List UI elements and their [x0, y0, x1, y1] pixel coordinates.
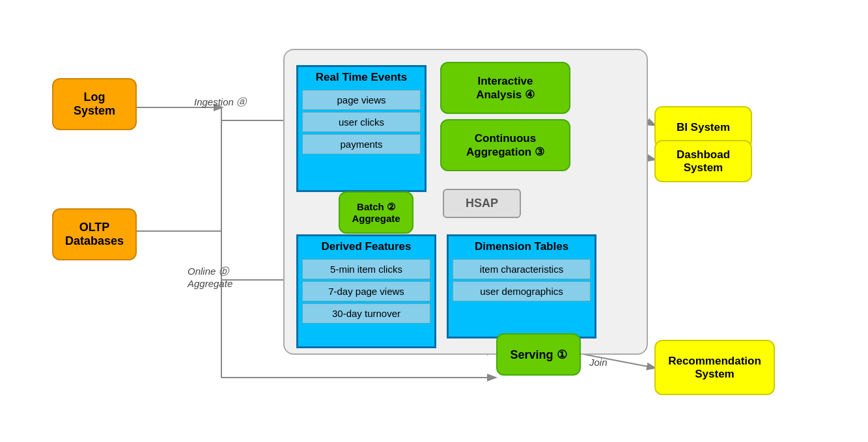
real-time-events-item-0: page views	[302, 90, 421, 110]
batch-aggregate-label: Batch ② Aggregate	[352, 201, 400, 224]
derived-features-container: Derived Features 5-min item clicks 7-day…	[296, 234, 436, 348]
continuous-aggregation-label: Continuous Aggregation ③	[466, 132, 544, 159]
real-time-events-item-2: payments	[302, 134, 421, 154]
derived-features-item-0: 5-min item clicks	[302, 259, 430, 279]
real-time-events-title: Real Time Events	[298, 67, 425, 88]
derived-features-item-1: 7-day page views	[302, 281, 430, 301]
real-time-events-item-1: user clicks	[302, 112, 421, 132]
dimension-tables-item-1: user demographics	[453, 281, 591, 301]
join-label: Join	[589, 357, 608, 368]
ingestion-label: Ingestion ⓐ	[194, 96, 246, 109]
recommendation-system-label: Recommendation System	[668, 355, 761, 381]
online-aggregate-label: Online ⓑ Aggregate	[188, 266, 232, 289]
log-system-box: Log System	[52, 78, 137, 130]
serving-box: Serving ①	[496, 333, 581, 376]
hsap-box: HSAP	[443, 189, 521, 218]
bi-system-label: BI System	[677, 121, 730, 134]
real-time-events-container: Real Time Events page views user clicks …	[296, 65, 427, 192]
batch-aggregate-box: Batch ② Aggregate	[339, 191, 413, 234]
dashboard-system-label: Dashboad System	[677, 148, 730, 174]
interactive-analysis-label: Interactive Analysis ④	[476, 75, 535, 102]
hsap-label: HSAP	[466, 197, 498, 210]
interactive-analysis-box: Interactive Analysis ④	[440, 62, 570, 114]
dashboard-system-box: Dashboad System	[654, 140, 752, 182]
log-system-label: Log System	[74, 90, 115, 118]
dimension-tables-item-0: item characteristics	[453, 259, 591, 279]
dimension-tables-container: Dimension Tables item characteristics us…	[447, 234, 596, 338]
dimension-tables-title: Dimension Tables	[449, 236, 595, 257]
recommendation-system-box: Recommendation System	[654, 340, 775, 395]
oltp-databases-label: OLTP Databases	[65, 221, 124, 248]
serving-label: Serving ①	[510, 348, 567, 362]
oltp-databases-box: OLTP Databases	[52, 208, 137, 260]
derived-features-title: Derived Features	[298, 236, 434, 257]
derived-features-item-2: 30-day turnover	[302, 303, 430, 324]
diagram-container: Log System OLTP Databases Real Time Even…	[0, 0, 868, 442]
continuous-aggregation-box: Continuous Aggregation ③	[440, 119, 570, 171]
